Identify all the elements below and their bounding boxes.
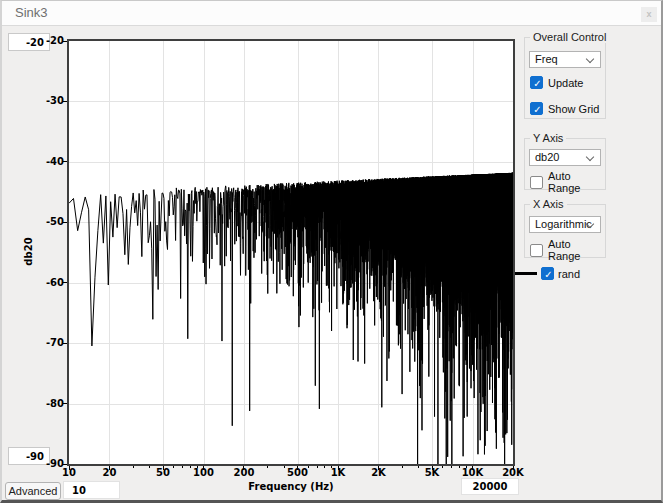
plot-frame [67, 39, 515, 466]
x-minor-tick-mark [173, 466, 174, 468]
y-tick-mark [63, 41, 67, 42]
x-axis-title: Frequency (Hz) [67, 481, 515, 492]
chevron-down-icon [586, 153, 594, 161]
x-tick-mark [203, 466, 204, 470]
x-minor-tick-mark [308, 466, 309, 468]
y-tick-mark [63, 282, 67, 283]
x-tick-mark [338, 466, 339, 470]
show-grid-checkbox-label: Show Grid [548, 103, 599, 115]
legend-label: rand [558, 268, 580, 280]
titlebar[interactable]: Sink3 x [2, 1, 661, 26]
x-auto-range-checkbox-label: Auto Range [548, 238, 605, 262]
x-tick-mark [378, 466, 379, 470]
y-tick-label: -80 [20, 398, 64, 409]
x-tick-mark [109, 466, 110, 470]
window-title: Sink3 [15, 5, 48, 20]
x-minor-tick-mark [402, 466, 403, 468]
advanced-button[interactable]: Advanced [5, 482, 61, 500]
x-auto-range-checkbox-row[interactable]: Auto Range [530, 238, 605, 262]
y-tick-mark [63, 343, 67, 344]
legend-line-swatch [515, 272, 537, 275]
show-grid-checkbox-icon[interactable] [530, 102, 543, 115]
x-minor-tick-mark [442, 466, 443, 468]
x-minor-tick-mark [466, 466, 467, 468]
x-minor-tick-mark [284, 466, 285, 468]
x-auto-range-checkbox-icon[interactable] [530, 244, 543, 257]
x-tick-mark [163, 466, 164, 470]
y-tick-label: -60 [20, 277, 64, 288]
x-tick-mark [297, 466, 298, 470]
spectrum-plot-canvas[interactable] [69, 41, 513, 464]
x-minor-tick-mark [133, 466, 134, 468]
close-icon: x [646, 9, 651, 19]
x-minor-tick-mark [149, 466, 150, 468]
y-tick-mark [63, 161, 67, 162]
x-minor-tick-mark [418, 466, 419, 468]
sink-window: Sink3 x Advanced db20 Frequency (Hz) 102… [0, 0, 663, 503]
close-button[interactable]: x [641, 7, 657, 22]
y-tick-label: -20 [20, 35, 64, 46]
legend-item-rand[interactable]: rand [515, 267, 580, 280]
x-tick-mark [432, 466, 433, 470]
y-tick-label: -30 [20, 95, 64, 106]
y-tick-mark [63, 464, 67, 465]
x-axis-group-label: X Axis [530, 198, 567, 210]
chevron-down-icon [586, 55, 594, 63]
y-axis-dropdown-value: db20 [535, 151, 559, 163]
x-axis-group: X Axis Logarithmic Auto Range [524, 204, 606, 258]
y-tick-label: -40 [20, 156, 64, 167]
legend-checkbox-icon[interactable] [541, 267, 554, 280]
x-minor-tick-mark [459, 466, 460, 468]
x-tick-mark [243, 466, 244, 470]
overall-control-group: Overall Control Freq Update Show Grid [524, 37, 606, 119]
y-tick-label: -70 [20, 337, 64, 348]
update-checkbox-icon[interactable] [530, 76, 543, 89]
x-minor-tick-mark [267, 466, 268, 468]
x-axis-dropdown-value: Logarithmic [535, 218, 592, 230]
y-tick-label: -90 [20, 458, 64, 469]
x-tick-mark [513, 466, 514, 470]
overall-control-dropdown-value: Freq [535, 53, 558, 65]
x-minor-tick-mark [317, 466, 318, 468]
x-minor-tick-mark [190, 466, 191, 468]
y-tick-mark [63, 222, 67, 223]
x-minor-tick-mark [451, 466, 452, 468]
y-tick-mark [63, 101, 67, 102]
y-tick-mark [63, 403, 67, 404]
y-axis-group-label: Y Axis [530, 132, 566, 144]
x-tick-mark [69, 466, 70, 470]
overall-control-group-label: Overall Control [530, 31, 609, 43]
y-auto-range-checkbox-icon[interactable] [530, 176, 543, 189]
y-tick-label: -50 [20, 216, 64, 227]
x-minor-tick-mark [331, 466, 332, 468]
x-minor-tick-mark [324, 466, 325, 468]
x-axis-dropdown[interactable]: Logarithmic [529, 216, 601, 233]
y-axis-group: Y Axis db20 Auto Range [524, 138, 606, 190]
x-minor-tick-mark [197, 466, 198, 468]
y-auto-range-checkbox-label: Auto Range [548, 170, 605, 194]
y-axis-dropdown[interactable]: db20 [529, 149, 601, 166]
x-tick-mark [472, 466, 473, 470]
x-minor-tick-mark [182, 466, 183, 468]
update-checkbox-row[interactable]: Update [530, 76, 583, 89]
show-grid-checkbox-row[interactable]: Show Grid [530, 102, 599, 115]
y-auto-range-checkbox-row[interactable]: Auto Range [530, 170, 605, 194]
overall-control-dropdown[interactable]: Freq [529, 51, 601, 68]
update-checkbox-label: Update [548, 77, 583, 89]
